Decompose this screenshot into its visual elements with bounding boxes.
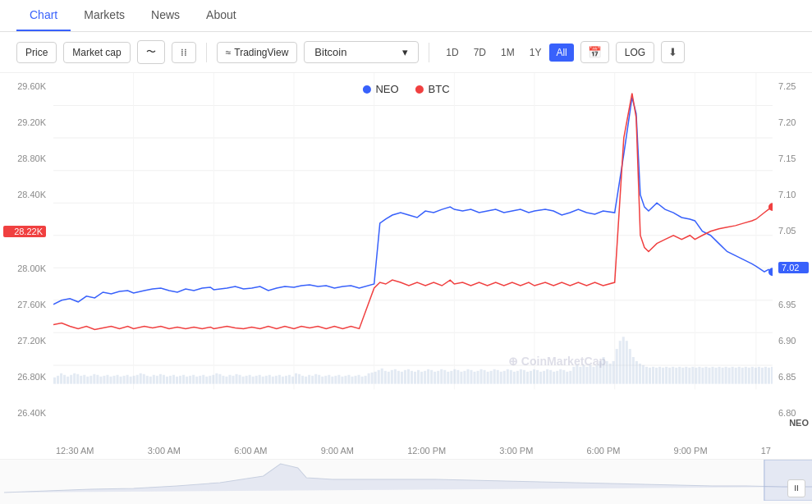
svg-rect-159 (520, 369, 522, 384)
svg-rect-189 (619, 341, 622, 383)
tradingview-icon: ≈ (226, 47, 232, 58)
svg-rect-24 (73, 373, 76, 384)
svg-rect-210 (688, 368, 690, 384)
svg-rect-39 (123, 376, 126, 384)
tradingview-button[interactable]: ≈ TradingView (217, 42, 298, 63)
svg-rect-215 (704, 367, 707, 384)
svg-rect-58 (186, 377, 188, 384)
y-label-8: 26.40K (3, 408, 46, 418)
tf-7d[interactable]: 7D (467, 44, 493, 62)
x-label-3: 9:00 AM (321, 446, 354, 456)
x-label-5: 3:00 PM (499, 446, 533, 456)
svg-rect-22 (67, 377, 69, 384)
svg-rect-211 (691, 367, 694, 384)
btc-dot (415, 85, 424, 94)
svg-rect-120 (391, 370, 393, 384)
x-label-1: 3:00 AM (148, 446, 181, 456)
svg-rect-56 (179, 376, 181, 384)
x-label-0: 12:30 AM (56, 446, 94, 456)
svg-rect-216 (708, 368, 710, 384)
chart-svg-wrapper: NEO BTC 29.60K 29.20K 28.80K 28.40K 28.2… (0, 73, 812, 459)
svg-rect-176 (576, 365, 578, 384)
nav-chart[interactable]: Chart (16, 0, 71, 31)
svg-rect-87 (282, 377, 284, 384)
y-axis-right: 7.25 7.20 7.15 7.10 7.05 7.02 6.95 6.90 … (775, 73, 812, 426)
svg-rect-46 (146, 376, 149, 384)
volume-bars-group (53, 337, 773, 383)
pause-button[interactable]: ⏸ (787, 479, 805, 497)
mini-chart-timeline: 2017 2018 2019 2020 2021 2022 2023 Sep (0, 501, 812, 504)
line-chart-icon[interactable]: 〜 (137, 40, 165, 64)
svg-rect-213 (698, 367, 700, 384)
svg-rect-134 (437, 371, 439, 384)
log-button[interactable]: LOG (616, 42, 654, 63)
y-right-1: 7.20 (778, 117, 809, 127)
mini-chart-area[interactable]: ⏸ 2017 2018 2019 2020 2021 2022 2023 Sep (0, 459, 812, 504)
svg-rect-48 (153, 375, 155, 384)
svg-rect-30 (93, 374, 95, 384)
price-button[interactable]: Price (16, 42, 57, 63)
svg-rect-109 (355, 376, 357, 384)
legend-btc: BTC (415, 83, 450, 95)
x-label-7: 9:00 PM (674, 446, 708, 456)
svg-rect-25 (76, 374, 79, 384)
svg-rect-226 (741, 368, 744, 384)
y-right-8: 6.80 (778, 408, 809, 418)
neo-axis-label: NEO (789, 418, 812, 428)
svg-rect-207 (678, 367, 681, 384)
x-label-4: 12:00 PM (407, 446, 446, 456)
btc-endpoint-dot (768, 203, 773, 211)
svg-rect-220 (722, 368, 724, 384)
svg-rect-145 (474, 372, 476, 384)
svg-rect-229 (751, 367, 754, 384)
svg-rect-45 (143, 374, 145, 384)
svg-rect-79 (255, 376, 258, 384)
tf-1m[interactable]: 1M (494, 44, 521, 62)
svg-rect-110 (358, 375, 360, 384)
svg-rect-224 (735, 368, 737, 384)
svg-rect-99 (321, 377, 323, 384)
svg-rect-117 (381, 369, 383, 384)
svg-rect-123 (401, 372, 403, 384)
svg-rect-163 (533, 369, 535, 384)
svg-rect-149 (487, 372, 489, 384)
svg-rect-84 (272, 377, 274, 384)
svg-rect-172 (562, 370, 565, 384)
nav-markets[interactable]: Markets (71, 0, 138, 31)
y-right-4: 7.05 (778, 226, 809, 236)
nav-news[interactable]: News (138, 0, 193, 31)
svg-rect-96 (311, 376, 314, 384)
svg-rect-104 (337, 375, 340, 384)
y-axis-left: 29.60K 29.20K 28.80K 28.40K 28.22K 28.00… (0, 73, 49, 426)
svg-rect-124 (404, 370, 406, 384)
tf-all[interactable]: All (549, 44, 573, 62)
svg-rect-157 (513, 372, 516, 384)
svg-rect-151 (493, 369, 496, 384)
svg-rect-231 (758, 367, 760, 384)
candle-chart-icon[interactable]: ⁞⁞ (172, 42, 196, 63)
svg-rect-126 (411, 371, 413, 384)
svg-rect-217 (711, 367, 713, 384)
svg-rect-181 (592, 367, 594, 384)
timeframe-group: 1D 7D 1M 1Y All (439, 44, 573, 62)
svg-rect-47 (149, 377, 152, 384)
svg-rect-158 (516, 371, 519, 384)
svg-rect-73 (236, 374, 238, 384)
svg-rect-31 (96, 375, 99, 384)
svg-rect-166 (543, 371, 545, 384)
calendar-icon-button[interactable]: 📅 (580, 41, 609, 63)
svg-rect-116 (378, 370, 380, 384)
svg-rect-219 (718, 367, 721, 384)
download-button[interactable]: ⬇ (661, 41, 685, 63)
main-chart-svg: // Volume bars drawn via JS below (53, 73, 773, 430)
tf-1d[interactable]: 1D (439, 44, 465, 62)
svg-rect-162 (530, 371, 532, 384)
svg-rect-62 (199, 376, 201, 384)
svg-rect-21 (63, 375, 66, 384)
nav-about[interactable]: About (193, 0, 250, 31)
svg-rect-77 (249, 375, 251, 384)
coin-selector[interactable]: Bitcoin ▾ (304, 41, 419, 63)
tf-1y[interactable]: 1Y (523, 44, 548, 62)
marketcap-button[interactable]: Market cap (63, 42, 130, 63)
y-label-2: 28.80K (3, 153, 46, 163)
